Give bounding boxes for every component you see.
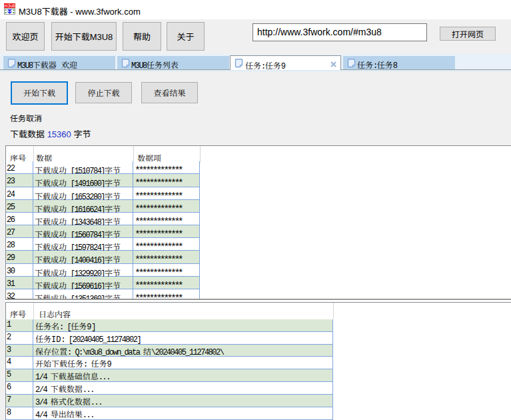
svg-text:m3u8: m3u8 [4, 3, 15, 8]
